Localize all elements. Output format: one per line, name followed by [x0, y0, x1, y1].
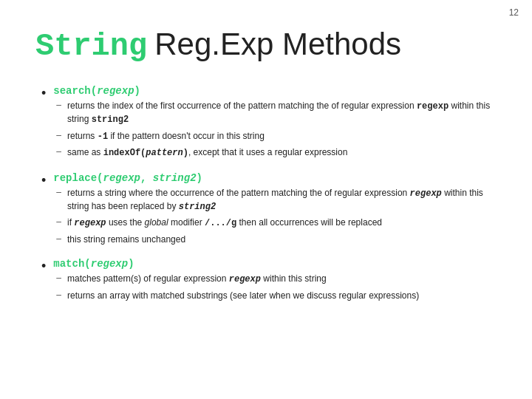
subitems-match: – matches pattern(s) of regular expressi…: [53, 273, 497, 302]
dash: –: [56, 290, 61, 300]
bullet-body-replace: replace(regexp, string2) – returns a str…: [53, 172, 497, 250]
title-line: String Reg.Exp Methods: [35, 27, 497, 64]
method-match: match(regexp): [53, 258, 134, 270]
method-replace: replace(regexp, string2): [53, 172, 202, 184]
dash: –: [56, 100, 61, 110]
dash: –: [56, 233, 61, 244]
subitem-text: if regexp uses the global modifier /.../…: [67, 216, 497, 230]
subitem-text: returns an array with matched substrings…: [67, 290, 497, 302]
list-item: – returns the index of the first occurre…: [56, 100, 497, 127]
bullet-search: • search(regexp) – returns the index of …: [41, 85, 497, 163]
bullet-body-search: search(regexp) – returns the index of th…: [53, 85, 497, 163]
title-string-part: String: [35, 29, 147, 64]
list-item: – returns a string where the occurrence …: [56, 187, 497, 214]
dash: –: [56, 146, 61, 157]
slide: 12 String Reg.Exp Methods • search(regex…: [0, 0, 532, 399]
list-item: – returns an array with matched substrin…: [56, 290, 497, 302]
subitem-text: matches pattern(s) of regular expression…: [67, 273, 497, 286]
bullet-replace: • replace(regexp, string2) – returns a s…: [41, 172, 497, 250]
content-area: • search(regexp) – returns the index of …: [35, 85, 497, 305]
bullet-dot-search: •: [41, 86, 46, 101]
bullet-dot-replace: •: [41, 173, 46, 188]
dash: –: [56, 216, 61, 227]
dash: –: [56, 130, 61, 140]
subitems-search: – returns the index of the first occurre…: [53, 100, 497, 160]
slide-number: 12: [509, 7, 519, 18]
bullet-body-match: match(regexp) – matches pattern(s) of re…: [53, 258, 497, 305]
list-item: – same as indexOf(pattern), except that …: [56, 146, 497, 160]
subitem-text: this string remains unchanged: [67, 233, 497, 246]
bullet-dot-match: •: [41, 259, 46, 274]
list-item: – returns -1 if the pattern doesn't occu…: [56, 130, 497, 143]
dash: –: [56, 273, 61, 283]
method-search: search(regexp): [53, 85, 140, 97]
subitem-text: returns a string where the occurrence of…: [67, 187, 497, 214]
subitem-text: same as indexOf(pattern), except that it…: [67, 146, 497, 160]
subitem-text: returns the index of the first occurrenc…: [67, 100, 497, 127]
list-item: – matches pattern(s) of regular expressi…: [56, 273, 497, 286]
subitems-replace: – returns a string where the occurrence …: [53, 187, 497, 247]
title-rest-part: Reg.Exp Methods: [154, 27, 401, 62]
bullet-match: • match(regexp) – matches pattern(s) of …: [41, 258, 497, 305]
subitem-text: returns -1 if the pattern doesn't occur …: [67, 130, 497, 143]
list-item: – this string remains unchanged: [56, 233, 497, 246]
list-item: – if regexp uses the global modifier /..…: [56, 216, 497, 230]
dash: –: [56, 187, 61, 197]
